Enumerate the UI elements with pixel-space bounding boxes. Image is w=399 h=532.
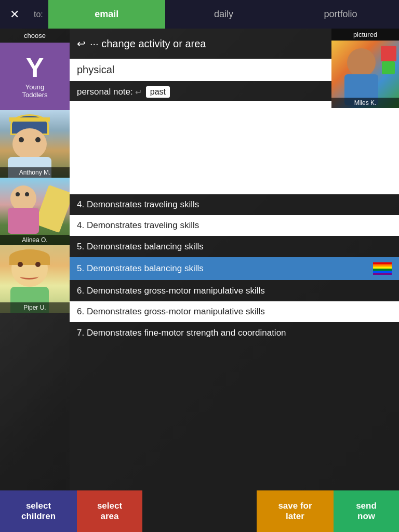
young-toddlers-button[interactable]: Y YoungToddlers: [0, 43, 70, 110]
personal-note-label: personal note:: [77, 87, 133, 97]
note-input[interactable]: [70, 101, 399, 194]
skills-list: 4. Demonstrates traveling skills 4. Demo…: [70, 194, 399, 532]
group-label: YoungToddlers: [22, 83, 47, 99]
note-cursor-icon: ↵: [135, 87, 142, 97]
tab-portfolio[interactable]: portfolio: [282, 0, 399, 29]
tab-email[interactable]: email: [48, 0, 165, 29]
skill-group-7: 7. Demonstrates fine-motor strength and …: [70, 323, 399, 343]
save-for-later-button[interactable]: save forlater: [257, 490, 334, 532]
svg-rect-4: [373, 271, 392, 273]
skill-item-5-text: 5. Demonstrates balancing skills: [77, 263, 204, 274]
skill-item-4[interactable]: 4. Demonstrates traveling skills: [70, 215, 399, 236]
select-area-button[interactable]: selectarea: [77, 490, 142, 532]
select-area-label: selectarea: [97, 501, 122, 522]
sidebar: choose Y YoungToddlers Anthony M.: [0, 29, 70, 532]
pictured-child-name: Miles K.: [331, 98, 399, 108]
change-activity-label: ··· change activity or area: [90, 38, 206, 50]
child-item-anthony[interactable]: Anthony M.: [0, 110, 70, 178]
skill-group-6: 6. Demonstrates gross-motor manipulative…: [70, 281, 399, 322]
skill-item-4-text: 4. Demonstrates traveling skills: [77, 220, 199, 231]
svg-rect-3: [373, 269, 392, 271]
pictured-section: pictured Miles K.: [331, 29, 399, 108]
skill-header-5: 5. Demonstrates balancing skills: [70, 236, 399, 257]
svg-rect-5: [373, 273, 392, 275]
close-button[interactable]: ✕: [0, 0, 29, 29]
send-now-button[interactable]: sendnow: [334, 490, 399, 532]
group-letter: Y: [26, 54, 44, 81]
skill-item-5[interactable]: 5. Demonstrates balancing skills: [70, 257, 399, 280]
child-name-alinea: Alinea O.: [0, 235, 70, 245]
to-label: to:: [29, 10, 48, 19]
child-name-anthony: Anthony M.: [0, 167, 70, 178]
close-icon: ✕: [10, 8, 19, 21]
skill-header-7: 7. Demonstrates fine-motor strength and …: [70, 323, 399, 343]
choose-label: choose: [0, 29, 70, 43]
toolbar-spacer: [142, 490, 257, 532]
main-layout: choose Y YoungToddlers Anthony M.: [0, 29, 399, 532]
rainbow-icon: [373, 262, 392, 275]
send-now-label: sendnow: [356, 501, 377, 522]
select-children-label: selectchildren: [21, 501, 56, 522]
svg-rect-1: [373, 264, 392, 267]
skill-header-6: 6. Demonstrates gross-motor manipulative…: [70, 281, 399, 301]
pictured-label: pictured: [331, 29, 399, 41]
past-badge[interactable]: past: [146, 86, 170, 98]
svg-rect-2: [373, 267, 392, 269]
tab-container: email daily portfolio: [48, 0, 399, 29]
skill-item-6-text: 6. Demonstrates gross-motor manipulative…: [77, 307, 265, 317]
save-later-label: save forlater: [278, 501, 312, 522]
skill-group-5: 5. Demonstrates balancing skills 5. Demo…: [70, 236, 399, 280]
skill-item-6[interactable]: 6. Demonstrates gross-motor manipulative…: [70, 301, 399, 322]
bottom-toolbar: selectchildren selectarea save forlater …: [0, 490, 399, 532]
child-item-alinea[interactable]: Alinea O.: [0, 178, 70, 245]
activity-label: physical: [77, 64, 114, 75]
note-textarea-container: [70, 101, 399, 194]
back-arrow-icon: ↩: [77, 37, 86, 50]
pictured-thumbnail[interactable]: Miles K.: [331, 41, 399, 108]
skill-group-4: 4. Demonstrates traveling skills 4. Demo…: [70, 194, 399, 236]
svg-rect-0: [373, 262, 392, 264]
child-name-piper: Piper U.: [0, 302, 70, 313]
header: ✕ to: email daily portfolio: [0, 0, 399, 29]
select-children-button[interactable]: selectchildren: [0, 490, 77, 532]
child-item-piper[interactable]: Piper U.: [0, 245, 70, 313]
tab-daily[interactable]: daily: [165, 0, 282, 29]
skill-header-4: 4. Demonstrates traveling skills: [70, 194, 399, 215]
